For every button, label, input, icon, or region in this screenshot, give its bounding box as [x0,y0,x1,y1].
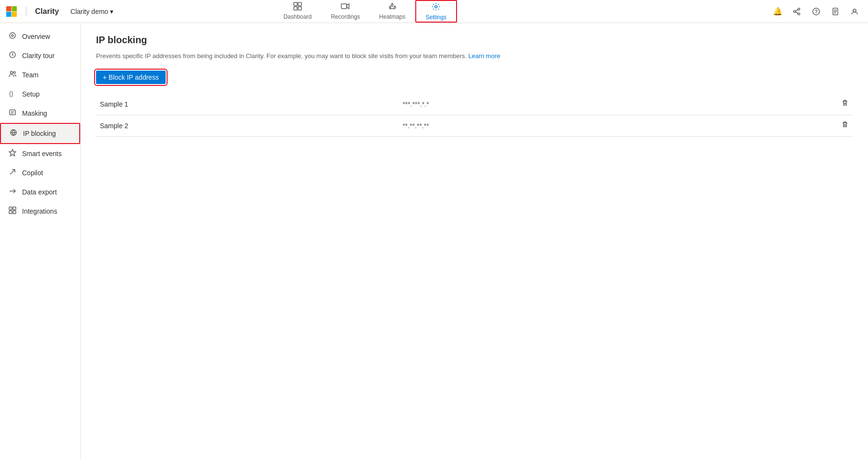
recordings-tab-label: Recordings [331,13,360,20]
overview-icon [8,32,17,41]
settings-tab-label: Settings [426,14,446,21]
clarity-brand: Clarity [35,7,59,16]
svg-marker-31 [9,149,16,156]
learn-more-link[interactable]: Learn more [469,52,500,60]
svg-text:?: ? [815,9,818,14]
logo-area: Clarity [6,6,59,17]
sidebar-item-setup[interactable]: {}Setup [0,85,80,104]
main-content: IP blocking Prevents specific IP address… [81,23,868,459]
sidebar-item-integrations[interactable]: Integrations [0,202,80,221]
top-nav: Clarity Clarity demo ▾ DashboardRecordin… [0,0,868,23]
sidebar-item-ip-blocking[interactable]: IP blocking [0,123,80,144]
description: Prevents specific IP addresses from bein… [96,51,853,61]
sidebar-label-copilot: Copilot [22,169,43,177]
nav-tab-heatmaps[interactable]: Heatmaps [370,0,415,23]
svg-rect-27 [10,110,15,115]
svg-rect-34 [9,211,12,214]
sidebar-label-data-export: Data export [22,188,57,196]
nav-tab-dashboard[interactable]: Dashboard [274,0,321,23]
sidebar-label-overview: Overview [22,33,50,40]
svg-rect-32 [9,207,12,210]
svg-point-23 [12,35,13,36]
dashboard-icon [293,2,302,12]
svg-line-14 [796,12,798,13]
profile-icon[interactable] [847,4,862,19]
block-ip-button[interactable]: + Block IP address [96,71,166,84]
svg-rect-1 [12,6,17,12]
team-icon [8,70,17,80]
nav-tab-settings[interactable]: Settings [415,0,457,23]
svg-point-11 [794,11,796,12]
svg-point-10 [798,8,800,10]
svg-rect-4 [294,2,297,6]
svg-rect-33 [13,207,16,210]
sidebar-item-data-export[interactable]: Data export [0,182,80,202]
svg-rect-35 [13,211,16,214]
sidebar-item-team[interactable]: Team [0,65,80,85]
smart-events-icon [8,149,17,158]
sidebar-label-ip-blocking: IP blocking [23,130,56,137]
microsoft-logo [6,6,17,17]
recordings-icon [341,2,350,12]
help-icon[interactable]: ? [808,4,824,19]
svg-rect-2 [6,12,12,17]
delete-ip-button-sample1[interactable] [841,100,849,109]
sidebar-label-integrations: Integrations [22,207,57,215]
logo-divider [26,7,26,16]
dropdown-chevron: ▾ [110,8,113,15]
heatmaps-tab-label: Heatmaps [379,13,406,20]
project-name: Clarity demo [71,8,108,15]
ip-entry-value-sample2: **.**.**.** [398,115,712,136]
ip-entry-actions-sample2 [712,115,853,136]
clarity-tour-icon [8,51,17,60]
svg-text:{}: {} [9,90,13,97]
nav-right-icons: 🔔 ? [770,4,862,19]
data-export-icon [8,187,17,197]
svg-rect-7 [298,7,301,10]
ip-blocking-icon [9,129,18,138]
sidebar-item-masking[interactable]: Masking [0,104,80,123]
masking-icon [8,109,17,118]
ip-entry-name-sample2: Sample 2 [96,115,398,136]
nav-tabs: DashboardRecordingsHeatmapsSettings [274,0,457,23]
copilot-icon [8,168,17,178]
sidebar: OverviewClarity tourTeam{}SetupMaskingIP… [0,23,81,459]
svg-point-22 [10,33,15,38]
svg-point-12 [798,13,800,15]
svg-point-24 [11,72,13,74]
ip-entry-name-sample1: Sample 1 [96,94,398,115]
sidebar-label-masking: Masking [22,109,47,117]
ip-table: Sample 1***.***.*.* Sample 2**.**.**.** [96,94,853,137]
sidebar-label-setup: Setup [22,90,40,98]
ip-entry-value-sample1: ***.***.*.* [398,94,712,115]
sidebar-label-smart-events: Smart events [22,150,61,157]
delete-ip-button-sample2[interactable] [841,122,849,130]
integrations-icon [8,206,17,216]
dashboard-tab-label: Dashboard [283,13,312,20]
layout: OverviewClarity tourTeam{}SetupMaskingIP… [0,23,868,459]
svg-point-21 [853,9,856,12]
table-row: Sample 1***.***.*.* [96,94,853,115]
sidebar-item-smart-events[interactable]: Smart events [0,144,80,163]
svg-rect-8 [341,4,347,9]
ip-entry-actions-sample1 [712,94,853,115]
setup-icon: {} [8,89,17,99]
svg-rect-0 [6,6,12,12]
sidebar-item-copilot[interactable]: Copilot [0,163,80,182]
svg-rect-5 [298,2,301,6]
table-row: Sample 2**.**.**.** [96,115,853,136]
share-icon[interactable] [789,4,805,19]
document-icon[interactable] [828,4,843,19]
nav-tab-recordings[interactable]: Recordings [321,0,370,23]
heatmaps-icon [388,2,397,12]
sidebar-label-clarity-tour: Clarity tour [22,52,55,60]
svg-point-25 [13,72,15,73]
sidebar-label-team: Team [22,71,38,79]
svg-line-13 [796,10,798,11]
svg-point-9 [435,5,437,8]
notifications-icon[interactable]: 🔔 [770,4,785,19]
sidebar-item-overview[interactable]: Overview [0,27,80,46]
svg-rect-3 [12,12,17,17]
sidebar-item-clarity-tour[interactable]: Clarity tour [0,46,80,65]
project-selector[interactable]: Clarity demo ▾ [67,6,118,17]
